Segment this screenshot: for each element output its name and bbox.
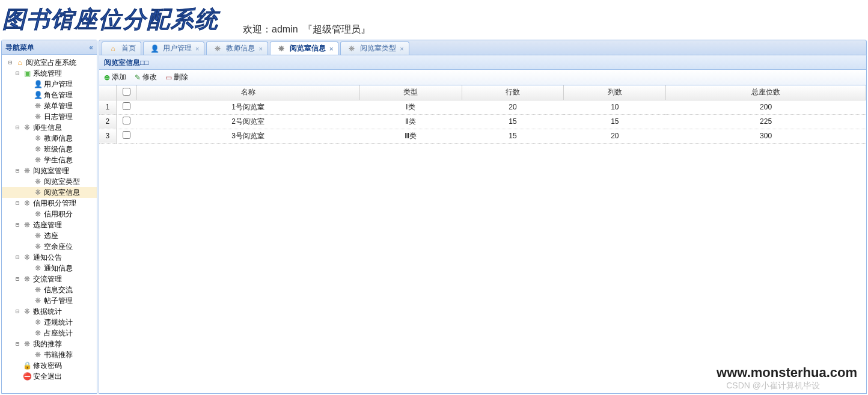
tree-item[interactable]: ·❋书籍推荐 [2, 349, 97, 360]
tree-item[interactable]: ·❋信用积分 [2, 209, 97, 219]
toggle-icon[interactable]: ⊟ [14, 306, 21, 317]
panel-title: 阅览室信息□□ [99, 55, 867, 70]
gear-icon: ❋ [33, 285, 43, 295]
tree-item[interactable]: ·❋阅览室信息 [2, 187, 97, 198]
table-row[interactable]: 22号阅览室Ⅱ类1515225 [99, 114, 866, 129]
toggle-icon[interactable]: ⊟ [14, 68, 21, 79]
user-icon: 👤 [33, 79, 43, 89]
tree-item[interactable]: ·❋帖子管理 [2, 295, 97, 306]
toggle-icon[interactable]: ⊟ [14, 274, 21, 284]
tab-首页[interactable]: ⌂首页 [102, 41, 141, 55]
tab-教师信息[interactable]: ❋教师信息× [206, 41, 267, 55]
close-icon[interactable]: × [329, 45, 333, 52]
row-checkbox[interactable] [123, 131, 130, 139]
col-header[interactable]: 名称 [136, 85, 359, 100]
col-rownum [99, 85, 116, 100]
gear-icon: ❋ [33, 328, 43, 338]
tree-item[interactable]: ·❋菜单管理 [2, 100, 97, 111]
tree-group[interactable]: ⊟❋选座管理 [2, 219, 97, 230]
sidebar-collapse-icon[interactable]: « [89, 40, 93, 55]
watermark: www.monsterhua.com [717, 365, 857, 381]
tree-group[interactable]: ⊟❋通知公告 [2, 252, 97, 263]
tree-item[interactable]: ·❋空余座位 [2, 241, 97, 252]
delete-icon: ▭ [165, 73, 172, 82]
tree-root[interactable]: ⊟⌂阅览室占座系统 [2, 57, 97, 68]
app-header: 图书馆座位分配系统 欢迎：admin 『超级管理员』 [0, 0, 868, 38]
col-check [116, 85, 136, 100]
toggle-icon[interactable]: ⊟ [14, 165, 21, 176]
tab-阅览室类型[interactable]: ❋阅览室类型× [340, 41, 409, 55]
lock-icon: 🔒 [22, 361, 32, 370]
tree-item[interactable]: ·❋违规统计 [2, 317, 97, 328]
gear-icon: ❋ [33, 188, 43, 197]
tree-group[interactable]: ⊟❋师生信息 [2, 122, 97, 133]
app-title: 图书馆座位分配系统 [2, 4, 219, 35]
welcome-text: 欢迎：admin 『超级管理员』 [243, 23, 370, 36]
edit-button[interactable]: ✎修改 [135, 72, 157, 82]
tab-用户管理[interactable]: 👤用户管理× [143, 41, 204, 55]
tree-item[interactable]: ·❋选座 [2, 230, 97, 241]
gear-icon: ❋ [22, 339, 32, 349]
tree-item[interactable]: ·❋阅览室类型 [2, 176, 97, 187]
gear-icon: ❋ [33, 296, 43, 305]
tree-item[interactable]: ·❋信息交流 [2, 284, 97, 295]
gear-icon: ❋ [22, 253, 32, 262]
gear-icon: ❋ [33, 242, 43, 251]
toolbar: ⊕添加 ✎修改 ▭删除 [99, 70, 867, 85]
col-header[interactable]: 类型 [359, 85, 462, 100]
gear-icon: ❋ [33, 133, 43, 143]
data-grid: 名称类型行数列数总座位数 11号阅览室Ⅰ类201020022号阅览室Ⅱ类1515… [99, 85, 867, 394]
tree-item[interactable]: ·⛔安全退出 [2, 371, 97, 382]
main-area: ⌂首页👤用户管理×❋教师信息×❋阅览室信息×❋阅览室类型× 阅览室信息□□ ⊕添… [99, 40, 867, 394]
toggle-icon[interactable]: ⊟ [14, 252, 21, 263]
table-row[interactable]: 33号阅览室Ⅲ类1520300 [99, 129, 866, 143]
toggle-icon[interactable]: ⊟ [7, 57, 14, 68]
toggle-icon[interactable]: ⊟ [14, 198, 21, 209]
tree-group[interactable]: ⊟❋信用积分管理 [2, 198, 97, 209]
gear-icon: ❋ [33, 350, 43, 360]
add-button[interactable]: ⊕添加 [104, 72, 126, 82]
add-icon: ⊕ [104, 73, 110, 82]
delete-button[interactable]: ▭删除 [165, 72, 188, 82]
sidebar-title: 导航菜单 [5, 40, 34, 55]
gear-icon: ❋ [22, 166, 32, 176]
gear-icon: ❋ [33, 317, 43, 327]
tree-item[interactable]: ·❋占座统计 [2, 328, 97, 338]
tree-group[interactable]: ⊟❋交流管理 [2, 274, 97, 284]
edit-icon: ✎ [135, 73, 141, 82]
sidebar: 导航菜单 « ⊟⌂阅览室占座系统⊟▣系统管理·👤用户管理·👤角色管理·❋菜单管理… [1, 40, 97, 394]
gear-icon: ❋ [33, 112, 43, 121]
close-icon[interactable]: × [258, 45, 262, 52]
tree-item[interactable]: ·❋班级信息 [2, 144, 97, 155]
row-checkbox[interactable] [123, 102, 130, 110]
gear-icon: ❋ [33, 177, 43, 186]
gear-icon: ❋ [33, 209, 43, 219]
col-header[interactable]: 行数 [462, 85, 564, 100]
tree-item[interactable]: ·❋日志管理 [2, 111, 97, 122]
tree-group[interactable]: ⊟❋阅览室管理 [2, 165, 97, 176]
tab-阅览室信息[interactable]: ❋阅览室信息× [270, 41, 338, 55]
gear-icon: ❋ [22, 220, 32, 230]
tree-item[interactable]: ·❋学生信息 [2, 155, 97, 165]
row-checkbox[interactable] [123, 117, 130, 124]
tree-item[interactable]: ·👤角色管理 [2, 90, 97, 100]
tree-group[interactable]: ⊟▣系统管理 [2, 68, 97, 79]
tree-group[interactable]: ⊟❋数据统计 [2, 306, 97, 317]
select-all-checkbox[interactable] [123, 88, 130, 96]
table-row[interactable]: 11号阅览室Ⅰ类2010200 [99, 100, 866, 114]
gear-icon: ❋ [22, 274, 32, 284]
tree-item[interactable]: ·👤用户管理 [2, 79, 97, 90]
tree-item[interactable]: ·❋通知信息 [2, 263, 97, 274]
col-header[interactable]: 总座位数 [666, 85, 866, 100]
toggle-icon[interactable]: ⊟ [14, 338, 21, 349]
home-icon: ⌂ [108, 44, 118, 54]
toggle-icon[interactable]: ⊟ [14, 219, 21, 230]
close-icon[interactable]: × [400, 45, 403, 52]
tree-item[interactable]: ·🔒修改密码 [2, 360, 97, 371]
close-icon[interactable]: × [195, 45, 199, 52]
gear-y-icon: ❋ [33, 101, 43, 111]
col-header[interactable]: 列数 [564, 85, 666, 100]
tree-group[interactable]: ⊟❋我的推荐 [2, 338, 97, 349]
toggle-icon[interactable]: ⊟ [14, 122, 21, 133]
tree-item[interactable]: ·❋教师信息 [2, 133, 97, 144]
